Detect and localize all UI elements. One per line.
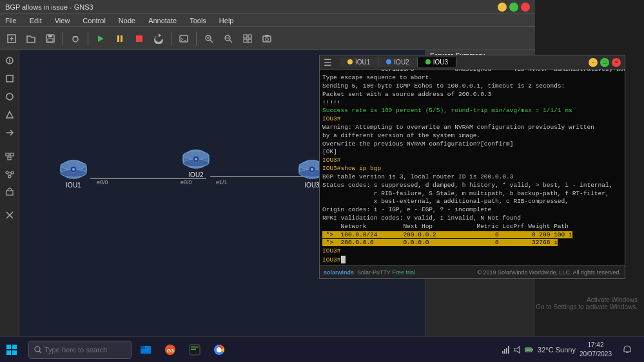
node-iou2[interactable]: IOU2 [182,148,210,178]
left-icon-8[interactable] [2,184,17,200]
putty-menu-icon[interactable]: ☰ [324,57,332,68]
tab-dot-iou1 [347,59,353,64]
start-button[interactable] [92,30,110,48]
terminal-line-17: by a different version of the system ima… [322,132,622,140]
svg-rect-20 [244,35,247,38]
putty-close-button[interactable]: × [612,58,621,67]
zoom-fit-button[interactable] [239,30,257,48]
svg-marker-31 [6,111,13,118]
putty-maximize-button[interactable]: □ [600,58,609,67]
putty-tab-iou2[interactable]: IOU2 [378,57,417,67]
toolbar-sep-3 [171,32,171,46]
close-button[interactable] [521,3,530,12]
toolbar-sep-1 [63,32,63,46]
start-menu-button[interactable] [0,338,23,361]
svg-rect-33 [6,153,9,156]
svg-rect-88 [532,349,533,350]
terminal-line-24: r RIB-failure, S Stale, m multipath, b b… [322,190,622,198]
clock-time: 17:42 [580,341,612,350]
left-icon-1[interactable] [2,53,17,68]
taskbar-search[interactable] [28,341,132,359]
terminal-content[interactable]: Ethernet1/0 unassigned YES NVRAM adminis… [320,70,625,265]
menu-file[interactable]: File [3,16,19,25]
svg-rect-77 [191,347,199,348]
reload-button[interactable] [150,30,168,48]
toolbar-sep-2 [88,32,88,46]
terminal-line-30: *> 100.0.0/24 200.0.0.2 0 0 200 100 i [322,231,622,240]
node-iou1[interactable]: IOU1 [59,158,88,189]
snapshot-button[interactable] [66,30,84,48]
terminal-line-14: Success rate is 100 percent (5/5), round… [322,107,622,115]
svg-line-18 [229,40,232,43]
svg-rect-29 [6,75,13,82]
left-icon-3[interactable] [2,89,17,104]
menu-node[interactable]: Node [116,16,138,25]
left-icon-6[interactable] [2,148,17,164]
terminal-line-27: RPKI validation codes: V valid, I invali… [322,214,622,223]
stop-button[interactable] [130,30,148,48]
minimize-button[interactable] [498,3,507,12]
left-icon-9[interactable] [2,207,17,223]
left-icon-7[interactable] [2,166,17,182]
terminal-line-13: !!!!! [322,99,622,108]
terminal-line-22: BGP table version is 3, local router ID … [322,173,622,182]
svg-rect-9 [121,35,122,42]
open-button[interactable] [22,30,40,48]
menu-annotate[interactable]: Annotate [146,16,179,25]
putty-tab-iou1[interactable]: IOU1 [340,57,378,67]
node-iou2-label: IOU2 [188,171,203,178]
putty-statusbar-left: solarwinds Solar-PuTTY Free trial [324,269,415,276]
terminal-line-25: x best-external, a additional-path, c RI… [322,198,622,206]
taskbar-icon-chrome[interactable] [208,338,231,361]
svg-rect-35 [8,157,11,160]
terminal-line-16: Warning: Attempting to overwrite an NVRA… [322,124,622,132]
menu-tools[interactable]: Tools [187,16,209,25]
menu-help[interactable]: Help [217,16,237,25]
svg-point-30 [6,93,13,100]
node-iou1-label: IOU1 [66,182,81,189]
tab-dot-iou3 [425,59,431,64]
weather-text: 32°C Sunny [538,346,576,354]
taskbar-icon-putty[interactable] [183,338,206,361]
window-controls [498,3,530,12]
network-icon [502,345,511,354]
left-icon-4[interactable] [2,107,17,122]
menu-edit[interactable]: Edit [27,16,44,25]
svg-rect-34 [10,153,14,156]
svg-rect-87 [526,348,531,351]
volume-icon [513,345,522,354]
watermark: Activate Windows Go to Settings to activ… [536,296,638,310]
toolbar [0,27,535,50]
svg-line-71 [39,351,41,353]
svg-rect-69 [12,350,17,355]
taskbar-icon-explorer[interactable] [134,338,157,361]
menu-control[interactable]: Control [80,16,108,25]
zoom-in-button[interactable] [200,30,218,48]
putty-statusbar-right: © 2019 SolarWinds Worldwide, LLC. All ri… [477,269,621,276]
left-icon-5[interactable] [2,125,17,140]
svg-point-25 [266,37,269,41]
svg-rect-68 [6,350,11,355]
taskbar-right: 32°C Sunny 17:42 20/07/2023 [502,338,644,361]
svg-rect-21 [248,35,251,38]
maximize-button[interactable] [509,3,518,12]
taskbar-icon-gns3[interactable]: G3 [159,338,182,361]
taskbar-system-icons [502,345,534,354]
putty-tab-iou3[interactable]: IOU3 [418,57,456,67]
console-button[interactable] [175,30,193,48]
putty-titlebar: ☰ IOU1 IOU2 IOU3 − □ × [320,55,625,70]
terminal-line-9: Serial3/3 unassigned YES NVRAM administr… [322,70,622,74]
save-button[interactable] [41,30,59,48]
new-button[interactable] [3,30,21,48]
screenshot-button[interactable] [258,30,276,48]
left-icon-2[interactable] [2,71,17,86]
suspend-button[interactable] [111,30,129,48]
terminal-line-19: [OK] [322,148,622,157]
zoom-out-button[interactable] [219,30,237,48]
notification-icon[interactable] [616,338,639,361]
putty-minimize-button[interactable]: − [589,58,598,67]
menu-view[interactable]: View [52,16,73,25]
svg-rect-4 [48,35,52,37]
taskbar-search-input[interactable] [44,346,122,354]
node-iou3-label: IOU3 [304,182,319,189]
